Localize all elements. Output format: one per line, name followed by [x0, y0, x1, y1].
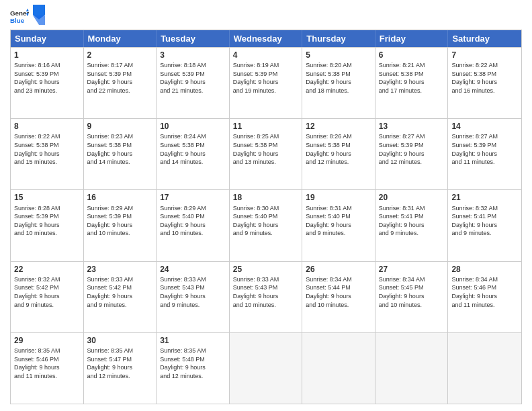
page: General Blue SundayMondayTuesdayWednesda…	[0, 0, 532, 411]
cal-header-tuesday: Tuesday	[157, 30, 230, 47]
day-info: Sunrise: 8:24 AM Sunset: 5:38 PM Dayligh…	[160, 132, 226, 166]
day-number: 23	[87, 264, 153, 275]
day-number: 27	[379, 264, 445, 275]
day-number: 18	[233, 192, 299, 203]
calendar: SundayMondayTuesdayWednesdayThursdayFrid…	[10, 30, 522, 404]
day-info: Sunrise: 8:23 AM Sunset: 5:38 PM Dayligh…	[87, 132, 153, 166]
day-info: Sunrise: 8:32 AM Sunset: 5:41 PM Dayligh…	[451, 204, 518, 238]
cal-cell-10: 10Sunrise: 8:24 AM Sunset: 5:38 PM Dayli…	[157, 119, 230, 189]
cal-cell-22: 22Sunrise: 8:32 AM Sunset: 5:42 PM Dayli…	[11, 262, 84, 332]
day-info: Sunrise: 8:34 AM Sunset: 5:44 PM Dayligh…	[306, 275, 371, 309]
svg-marker-5	[33, 15, 45, 25]
cal-week-3: 15Sunrise: 8:28 AM Sunset: 5:39 PM Dayli…	[11, 189, 521, 261]
day-info: Sunrise: 8:35 AM Sunset: 5:47 PM Dayligh…	[87, 347, 153, 380]
day-number: 20	[379, 192, 445, 203]
cal-cell-14: 14Sunrise: 8:27 AM Sunset: 5:39 PM Dayli…	[448, 119, 521, 189]
cal-cell-9: 9Sunrise: 8:23 AM Sunset: 5:38 PM Daylig…	[84, 119, 157, 189]
cal-header-wednesday: Wednesday	[230, 30, 303, 47]
cal-week-5: 29Sunrise: 8:35 AM Sunset: 5:46 PM Dayli…	[11, 332, 521, 404]
day-number: 17	[160, 192, 226, 203]
cal-cell-23: 23Sunrise: 8:33 AM Sunset: 5:42 PM Dayli…	[84, 262, 157, 332]
day-number: 30	[87, 335, 153, 346]
cal-cell-1: 1Sunrise: 8:16 AM Sunset: 5:39 PM Daylig…	[11, 48, 84, 118]
cal-cell-15: 15Sunrise: 8:28 AM Sunset: 5:39 PM Dayli…	[11, 190, 84, 261]
cal-cell-empty-5	[375, 333, 449, 404]
day-info: Sunrise: 8:33 AM Sunset: 5:42 PM Dayligh…	[87, 275, 153, 309]
day-info: Sunrise: 8:31 AM Sunset: 5:40 PM Dayligh…	[306, 204, 371, 238]
day-info: Sunrise: 8:29 AM Sunset: 5:39 PM Dayligh…	[87, 204, 153, 238]
day-info: Sunrise: 8:35 AM Sunset: 5:48 PM Dayligh…	[160, 347, 226, 380]
cal-week-2: 8Sunrise: 8:22 AM Sunset: 5:38 PM Daylig…	[11, 118, 521, 189]
cal-cell-18: 18Sunrise: 8:30 AM Sunset: 5:40 PM Dayli…	[230, 190, 303, 261]
cal-cell-3: 3Sunrise: 8:18 AM Sunset: 5:39 PM Daylig…	[157, 48, 230, 118]
day-number: 24	[160, 264, 226, 275]
cal-cell-empty-6	[448, 333, 521, 404]
day-info: Sunrise: 8:21 AM Sunset: 5:38 PM Dayligh…	[379, 61, 445, 95]
day-info: Sunrise: 8:32 AM Sunset: 5:42 PM Dayligh…	[14, 275, 80, 309]
day-number: 9	[87, 121, 153, 132]
cal-cell-13: 13Sunrise: 8:27 AM Sunset: 5:39 PM Dayli…	[375, 119, 449, 189]
day-number: 11	[233, 121, 299, 132]
cal-cell-empty-4	[302, 333, 375, 404]
day-number: 15	[14, 192, 80, 203]
day-number: 29	[14, 335, 80, 346]
logo-icon: General Blue	[10, 7, 29, 26]
cal-cell-17: 17Sunrise: 8:29 AM Sunset: 5:40 PM Dayli…	[157, 190, 230, 261]
day-info: Sunrise: 8:34 AM Sunset: 5:46 PM Dayligh…	[451, 275, 518, 309]
cal-cell-30: 30Sunrise: 8:35 AM Sunset: 5:47 PM Dayli…	[84, 333, 157, 404]
day-info: Sunrise: 8:33 AM Sunset: 5:43 PM Dayligh…	[160, 275, 226, 309]
cal-cell-11: 11Sunrise: 8:25 AM Sunset: 5:38 PM Dayli…	[230, 119, 303, 189]
day-number: 31	[160, 335, 226, 346]
day-info: Sunrise: 8:25 AM Sunset: 5:38 PM Dayligh…	[233, 132, 299, 166]
day-number: 1	[14, 50, 80, 60]
day-info: Sunrise: 8:33 AM Sunset: 5:43 PM Dayligh…	[233, 275, 299, 309]
calendar-header-row: SundayMondayTuesdayWednesdayThursdayFrid…	[11, 30, 521, 47]
day-info: Sunrise: 8:22 AM Sunset: 5:38 PM Dayligh…	[451, 61, 518, 95]
logo-arrow-icon	[33, 5, 45, 25]
day-info: Sunrise: 8:27 AM Sunset: 5:39 PM Dayligh…	[379, 132, 445, 166]
cal-week-1: 1Sunrise: 8:16 AM Sunset: 5:39 PM Daylig…	[11, 47, 521, 118]
day-number: 6	[379, 50, 445, 60]
day-number: 14	[451, 121, 518, 132]
day-info: Sunrise: 8:16 AM Sunset: 5:39 PM Dayligh…	[14, 61, 80, 95]
cal-cell-27: 27Sunrise: 8:34 AM Sunset: 5:45 PM Dayli…	[375, 262, 449, 332]
cal-header-friday: Friday	[375, 30, 449, 47]
cal-cell-12: 12Sunrise: 8:26 AM Sunset: 5:38 PM Dayli…	[302, 119, 375, 189]
cal-cell-6: 6Sunrise: 8:21 AM Sunset: 5:38 PM Daylig…	[375, 48, 449, 118]
day-number: 16	[87, 192, 153, 203]
day-info: Sunrise: 8:30 AM Sunset: 5:40 PM Dayligh…	[233, 204, 299, 238]
day-info: Sunrise: 8:34 AM Sunset: 5:45 PM Dayligh…	[379, 275, 445, 309]
cal-cell-empty-3	[230, 333, 303, 404]
cal-cell-16: 16Sunrise: 8:29 AM Sunset: 5:39 PM Dayli…	[84, 190, 157, 261]
cal-cell-8: 8Sunrise: 8:22 AM Sunset: 5:38 PM Daylig…	[11, 119, 84, 189]
day-number: 7	[451, 50, 518, 60]
day-number: 12	[306, 121, 371, 132]
cal-cell-20: 20Sunrise: 8:31 AM Sunset: 5:41 PM Dayli…	[375, 190, 449, 261]
day-number: 8	[14, 121, 80, 132]
cal-cell-21: 21Sunrise: 8:32 AM Sunset: 5:41 PM Dayli…	[448, 190, 521, 261]
calendar-body: 1Sunrise: 8:16 AM Sunset: 5:39 PM Daylig…	[11, 47, 521, 404]
cal-cell-7: 7Sunrise: 8:22 AM Sunset: 5:38 PM Daylig…	[448, 48, 521, 118]
cal-header-thursday: Thursday	[302, 30, 375, 47]
day-number: 13	[379, 121, 445, 132]
svg-text:General: General	[10, 9, 29, 17]
day-info: Sunrise: 8:17 AM Sunset: 5:39 PM Dayligh…	[87, 61, 153, 95]
day-number: 5	[306, 50, 371, 60]
cal-cell-26: 26Sunrise: 8:34 AM Sunset: 5:44 PM Dayli…	[302, 262, 375, 332]
logo: General Blue	[10, 7, 45, 26]
svg-text:Blue: Blue	[10, 17, 25, 24]
day-info: Sunrise: 8:22 AM Sunset: 5:38 PM Dayligh…	[14, 132, 80, 166]
day-number: 2	[87, 50, 153, 60]
day-number: 25	[233, 264, 299, 275]
day-number: 19	[306, 192, 371, 203]
cal-cell-19: 19Sunrise: 8:31 AM Sunset: 5:40 PM Dayli…	[302, 190, 375, 261]
cal-cell-28: 28Sunrise: 8:34 AM Sunset: 5:46 PM Dayli…	[448, 262, 521, 332]
day-info: Sunrise: 8:20 AM Sunset: 5:38 PM Dayligh…	[306, 61, 371, 95]
cal-cell-25: 25Sunrise: 8:33 AM Sunset: 5:43 PM Dayli…	[230, 262, 303, 332]
cal-cell-4: 4Sunrise: 8:19 AM Sunset: 5:39 PM Daylig…	[230, 48, 303, 118]
cal-cell-24: 24Sunrise: 8:33 AM Sunset: 5:43 PM Dayli…	[157, 262, 230, 332]
day-number: 22	[14, 264, 80, 275]
day-number: 26	[306, 264, 371, 275]
cal-cell-31: 31Sunrise: 8:35 AM Sunset: 5:48 PM Dayli…	[157, 333, 230, 404]
day-info: Sunrise: 8:35 AM Sunset: 5:46 PM Dayligh…	[14, 347, 80, 380]
